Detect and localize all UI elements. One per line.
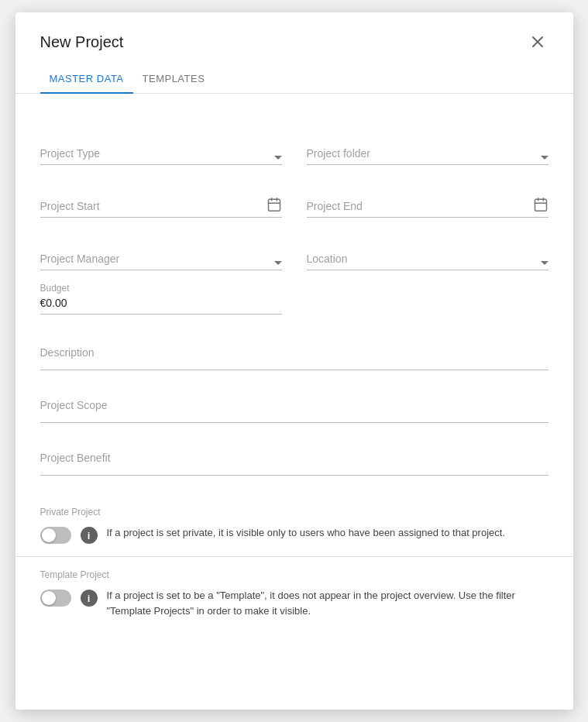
template-project-info-icon[interactable]: i bbox=[81, 590, 98, 607]
project-type-field[interactable]: Project Type bbox=[40, 125, 282, 165]
project-scope-field[interactable]: Project Scope bbox=[40, 383, 548, 423]
private-project-track bbox=[40, 527, 71, 544]
row-project-dates: Project Start Project End bbox=[40, 177, 548, 218]
project-start-placeholder: Project Start bbox=[40, 200, 266, 212]
row-description: Description bbox=[40, 330, 548, 370]
project-start-calendar-icon bbox=[266, 197, 282, 212]
project-start-field[interactable]: Project Start bbox=[40, 177, 282, 218]
template-project-label: Template Project bbox=[40, 569, 548, 580]
project-end-placeholder: Project End bbox=[307, 200, 533, 212]
project-folder-field[interactable]: Project folder bbox=[307, 125, 548, 165]
private-project-description: If a project is set private, it is visib… bbox=[107, 525, 506, 541]
budget-value[interactable]: €0.00 bbox=[40, 297, 282, 315]
project-end-calendar-icon bbox=[533, 197, 548, 212]
row-manager-location: Project Manager Location bbox=[40, 230, 548, 270]
template-project-toggle-row: i If a project is set to be a "Template"… bbox=[40, 588, 548, 618]
description-field[interactable]: Description bbox=[40, 330, 548, 370]
row-project-type-folder: Project Type Project folder bbox=[40, 125, 548, 165]
private-project-label: Private Project bbox=[40, 507, 548, 517]
dialog-title: New Project bbox=[40, 33, 124, 51]
project-manager-placeholder: Project Manager bbox=[40, 253, 274, 265]
template-project-thumb bbox=[42, 591, 56, 605]
project-manager-field[interactable]: Project Manager bbox=[40, 230, 282, 270]
svg-rect-6 bbox=[535, 199, 546, 211]
template-project-description: If a project is set to be a "Template", … bbox=[107, 588, 548, 618]
private-project-toggle-row: i If a project is set private, it is vis… bbox=[40, 525, 548, 544]
private-project-info-icon[interactable]: i bbox=[81, 527, 98, 544]
project-benefit-field[interactable]: Project Benefit bbox=[40, 435, 548, 476]
tabs-container: MASTER DATA TEMPLATES bbox=[15, 65, 573, 94]
private-project-thumb bbox=[42, 528, 56, 542]
location-dropdown-icon bbox=[541, 261, 548, 265]
project-benefit-placeholder: Project Benefit bbox=[40, 452, 111, 464]
template-project-toggle[interactable] bbox=[40, 590, 71, 607]
project-folder-dropdown-icon bbox=[541, 156, 548, 160]
template-project-track bbox=[40, 590, 71, 607]
tab-master-data[interactable]: MASTER DATA bbox=[40, 65, 133, 94]
budget-section: Budget €0.00 bbox=[40, 283, 282, 315]
project-type-dropdown-icon bbox=[274, 156, 282, 160]
budget-label: Budget bbox=[40, 283, 282, 294]
project-folder-placeholder: Project folder bbox=[307, 147, 541, 160]
form-content: Project Type Project folder Pr bbox=[15, 94, 573, 476]
project-end-field[interactable]: Project End bbox=[307, 177, 548, 218]
svg-rect-2 bbox=[268, 199, 280, 211]
location-field[interactable]: Location bbox=[307, 230, 548, 270]
template-project-section: Template Project i If a project is set t… bbox=[15, 557, 573, 631]
new-project-dialog: New Project MASTER DATA TEMPLATES Projec… bbox=[15, 12, 573, 710]
description-placeholder: Description bbox=[40, 346, 95, 359]
private-project-toggle[interactable] bbox=[40, 527, 71, 544]
project-manager-dropdown-icon bbox=[274, 261, 282, 265]
tab-templates[interactable]: TEMPLATES bbox=[133, 65, 215, 94]
close-button[interactable] bbox=[527, 31, 548, 53]
private-project-section: Private Project i If a project is set pr… bbox=[15, 494, 573, 556]
location-placeholder: Location bbox=[307, 253, 541, 265]
project-scope-placeholder: Project Scope bbox=[40, 399, 108, 411]
row-project-benefit: Project Benefit bbox=[40, 435, 548, 476]
row-project-scope: Project Scope bbox=[40, 383, 548, 423]
dialog-header: New Project bbox=[15, 12, 573, 53]
project-type-placeholder: Project Type bbox=[40, 147, 274, 160]
